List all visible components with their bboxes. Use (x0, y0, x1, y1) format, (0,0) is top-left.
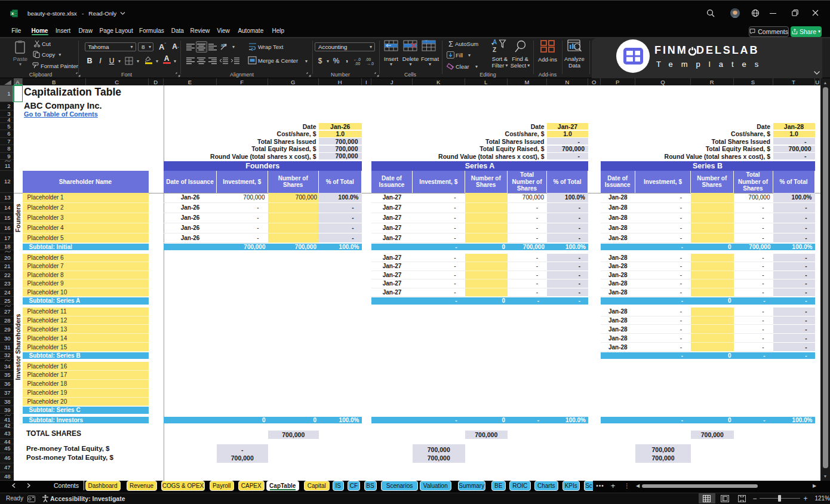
svg-text:.00: .00 (355, 62, 360, 66)
svg-text:→.0: →.0 (367, 62, 374, 66)
svg-text:A: A (493, 39, 497, 45)
svg-text:ab: ab (221, 43, 226, 47)
svg-text:Z: Z (493, 47, 496, 53)
